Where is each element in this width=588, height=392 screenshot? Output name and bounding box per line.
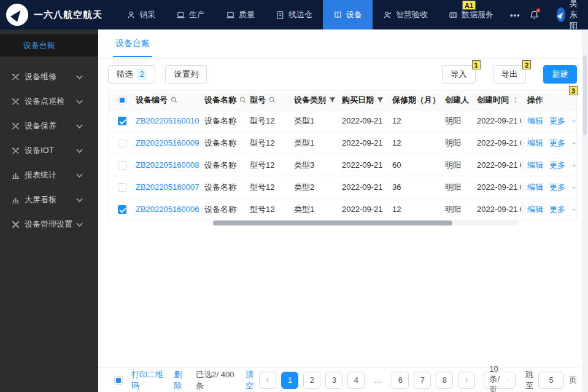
chevron-down-icon[interactable] <box>571 206 576 213</box>
column-header-created: 创建时间 <box>477 95 509 106</box>
chevron-down-icon <box>75 171 84 180</box>
chevron-down-icon[interactable] <box>571 162 576 168</box>
more-link[interactable]: 更多 <box>549 138 565 149</box>
nav-item-sales[interactable]: 销采 <box>116 0 166 29</box>
sidebar-item-equipment-repair[interactable]: 设备维修 <box>0 65 98 89</box>
warranty-months: 36 <box>392 182 401 192</box>
chevron-down-icon[interactable] <box>571 118 576 124</box>
scrollbar-track[interactable] <box>212 221 519 225</box>
equipment-code-link[interactable]: ZB202205160007 <box>136 182 199 192</box>
page-button-8[interactable]: 8 <box>436 372 453 389</box>
warranty-months: 12 <box>392 138 401 147</box>
equipment-category: 类型1 <box>294 204 314 215</box>
more-menu-icon[interactable]: ••• <box>504 10 527 20</box>
row-checkbox[interactable] <box>118 117 126 125</box>
toolbar-right: 导入 1 导出 2 新建 3 <box>442 65 577 84</box>
equipment-model: 型号12 <box>250 160 274 171</box>
page-button-4[interactable]: 4 <box>347 372 365 389</box>
more-link[interactable]: 更多 <box>549 204 565 215</box>
set-columns-button[interactable]: 设置列 <box>165 65 207 84</box>
search-icon[interactable] <box>239 96 247 104</box>
sidebar-item-equipment-upkeep[interactable]: 设备保养 <box>0 114 98 138</box>
filter-label: 筛选 <box>117 69 133 80</box>
notification-bell[interactable] <box>529 10 540 20</box>
import-button[interactable]: 导入 1 <box>442 65 476 84</box>
next-page-button[interactable] <box>458 372 475 389</box>
scrollbar-thumb[interactable] <box>213 221 452 225</box>
page-button-6[interactable]: 6 <box>392 372 409 389</box>
search-icon[interactable] <box>170 96 178 104</box>
page-button-7[interactable]: 7 <box>414 372 431 389</box>
maintenance-icon <box>11 73 20 82</box>
nav-item-smart-acceptance[interactable]: 智慧验收 <box>373 0 438 29</box>
select-all-checkbox[interactable] <box>118 96 126 104</box>
page-button-1[interactable]: 1 <box>281 372 298 389</box>
sidebar-item-dashboard[interactable]: 大屏看板 <box>0 187 98 212</box>
nav-item-label: 智慧验收 <box>396 9 428 20</box>
annotation-marker-a1: A1 <box>462 1 476 10</box>
print-qrcode-link[interactable]: 打印二维码 <box>131 369 165 391</box>
laptop-icon <box>226 10 235 20</box>
sort-icon[interactable] <box>511 96 519 104</box>
page-ellipsis[interactable]: ... <box>369 372 387 389</box>
import-label: 导入 <box>451 69 467 80</box>
nav-item-line-warehouse[interactable]: 线边仓 <box>265 0 323 29</box>
sidebar-item-equipment-settings[interactable]: 设备管理设置 <box>0 212 98 237</box>
nav-menu: 销采 生产 质量 线边仓 设备 智慧验收 数据服务 <box>116 0 504 29</box>
sidebar-item-equipment-ledger[interactable]: 设备台账 <box>0 34 98 57</box>
equipment-category: 类型2 <box>294 182 314 193</box>
jump-page-input[interactable] <box>538 372 564 389</box>
export-button[interactable]: 导出 2 <box>493 65 527 84</box>
more-link[interactable]: 更多 <box>549 116 565 127</box>
equipment-model: 型号12 <box>250 182 274 193</box>
equipment-code-link[interactable]: ZB202205160008 <box>136 160 199 170</box>
edit-link[interactable]: 编辑 <box>527 182 543 193</box>
rocket-icon <box>557 10 565 19</box>
equipment-code-link[interactable]: ZB202205160009 <box>136 138 199 147</box>
equipment-code-link[interactable]: ZB202205160006 <box>136 205 199 214</box>
filter-button[interactable]: 筛选 2 <box>108 65 155 84</box>
sidebar-item-equipment-inspection[interactable]: 设备点巡检 <box>0 89 98 114</box>
equipment-code-link[interactable]: ZB202205160010 <box>136 116 199 125</box>
page-button-2[interactable]: 2 <box>303 372 320 389</box>
edit-link[interactable]: 编辑 <box>527 160 543 171</box>
sidebar-item-equipment-iot[interactable]: 设备IOT <box>0 138 98 163</box>
edit-link[interactable]: 编辑 <box>527 138 543 149</box>
row-checkbox[interactable] <box>118 183 126 192</box>
more-link[interactable]: 更多 <box>549 182 565 193</box>
creator: 明阳 <box>445 160 461 171</box>
prev-page-button[interactable] <box>259 372 276 389</box>
nav-item-equipment[interactable]: 设备 <box>323 0 373 29</box>
row-checkbox[interactable] <box>118 139 126 147</box>
filter-icon[interactable] <box>328 96 336 104</box>
filter-icon[interactable] <box>376 96 384 104</box>
bulk-actions: 打印二维码 删除 已选2/ 400 条 清空 <box>114 369 259 391</box>
sidebar-item-label: 设备保养 <box>25 120 75 131</box>
nav-item-production[interactable]: 生产 <box>166 0 215 29</box>
row-checkbox[interactable] <box>118 161 126 170</box>
nav-item-quality[interactable]: 质量 <box>215 0 265 29</box>
chevron-down-icon[interactable] <box>571 140 576 146</box>
edit-link[interactable]: 编辑 <box>527 204 543 215</box>
user-menu[interactable]: 吴东阳 <box>557 0 584 31</box>
sidebar-item-label: 设备维修 <box>25 71 75 82</box>
equipment-name: 设备名称 <box>204 138 236 149</box>
created-time: 2022-09-21 0 <box>477 116 521 125</box>
delete-link[interactable]: 删除 <box>174 369 187 391</box>
chevron-left-icon <box>264 377 271 384</box>
page-size-select[interactable]: 10条/页 <box>484 372 516 389</box>
row-checkbox[interactable] <box>118 205 126 214</box>
sidebar-item-report-statistics[interactable]: 报表统计 <box>0 163 98 187</box>
search-icon[interactable] <box>268 96 276 104</box>
page-button-3[interactable]: 3 <box>325 372 342 389</box>
edit-link[interactable]: 编辑 <box>527 116 543 127</box>
clear-selection-link[interactable]: 清空 <box>246 369 259 391</box>
chevron-down-icon[interactable] <box>571 184 576 190</box>
create-button[interactable]: 新建 3 <box>543 65 577 84</box>
tab-equipment-ledger[interactable]: 设备台账 <box>113 29 152 57</box>
footer-select-all-checkbox[interactable] <box>114 376 123 385</box>
chevron-down-icon <box>75 195 84 205</box>
vertical-scrollbar[interactable] <box>582 29 588 392</box>
more-link[interactable]: 更多 <box>549 160 565 171</box>
scrollbar-thumb[interactable] <box>583 55 587 135</box>
